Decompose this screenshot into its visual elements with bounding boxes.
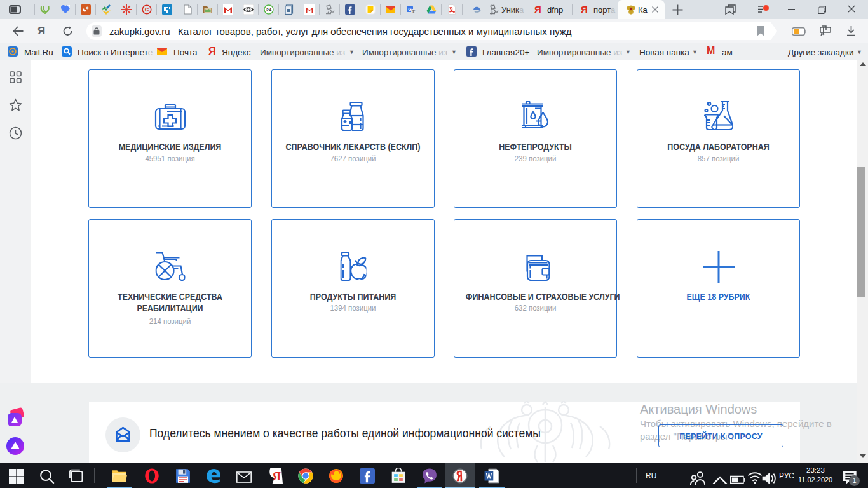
svg-text:C: C — [145, 6, 149, 13]
svg-text:Я: Я — [272, 470, 281, 483]
svg-text:文: 文 — [411, 10, 416, 13]
svg-text:24: 24 — [266, 7, 272, 13]
